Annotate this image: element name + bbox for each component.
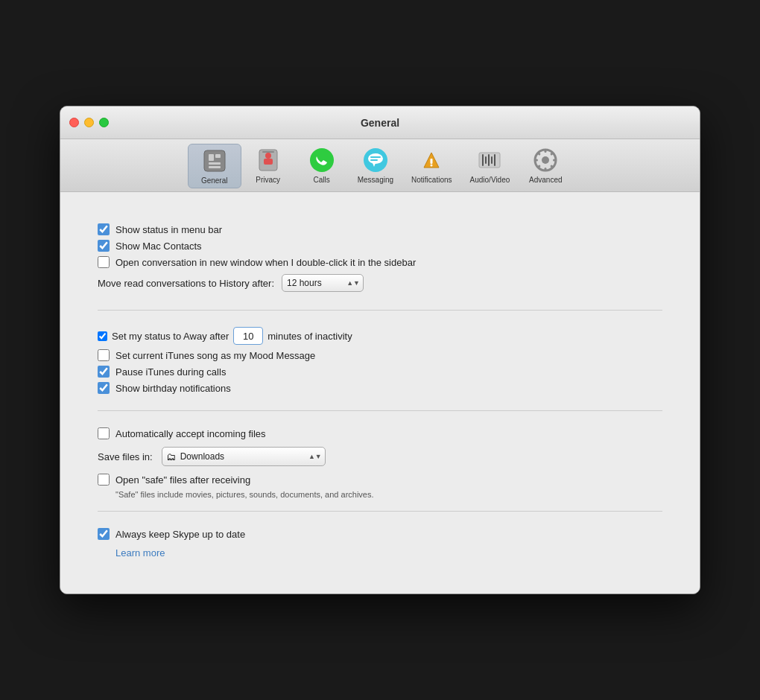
svg-rect-12 bbox=[370, 156, 381, 158]
svg-rect-28 bbox=[553, 159, 557, 162]
history-dropdown[interactable]: 30 minutes 1 hour 6 hours 12 hours 1 day… bbox=[282, 274, 364, 292]
svg-rect-2 bbox=[215, 154, 221, 158]
svg-point-11 bbox=[368, 153, 383, 164]
auto-accept-files-checkbox[interactable] bbox=[98, 427, 110, 439]
show-status-checkbox[interactable] bbox=[98, 223, 110, 235]
svg-rect-13 bbox=[370, 159, 378, 161]
birthday-notifications-checkbox[interactable] bbox=[98, 382, 110, 394]
open-safe-files-row: Open "safe" files after receiving bbox=[98, 474, 662, 486]
open-conversation-row: Open conversation in new window when I d… bbox=[98, 256, 662, 268]
birthday-notifications-row: Show birthday notifications bbox=[98, 382, 662, 394]
toolbar-label-general: General bbox=[201, 176, 228, 185]
svg-rect-25 bbox=[545, 149, 547, 153]
toolbar-label-notifications: Notifications bbox=[411, 176, 452, 184]
section-updates: Always keep Skype up to date Learn more bbox=[98, 512, 662, 571]
svg-rect-1 bbox=[209, 154, 214, 161]
privacy-icon bbox=[255, 147, 282, 174]
itunes-song-row: Set current iTunes song as my Mood Messa… bbox=[98, 349, 662, 361]
show-mac-contacts-checkbox[interactable] bbox=[98, 240, 110, 252]
svg-rect-19 bbox=[485, 156, 487, 164]
toolbar-label-advanced: Advanced bbox=[529, 176, 562, 184]
learn-more-link[interactable]: Learn more bbox=[115, 547, 165, 559]
svg-rect-18 bbox=[482, 154, 484, 166]
svg-point-9 bbox=[310, 148, 334, 172]
toolbar-item-notifications[interactable]: Notifications bbox=[402, 144, 460, 188]
maximize-button[interactable] bbox=[99, 118, 109, 127]
itunes-song-checkbox[interactable] bbox=[98, 349, 110, 361]
close-button[interactable] bbox=[69, 118, 79, 127]
toolbar-item-advanced[interactable]: Advanced bbox=[519, 144, 572, 188]
toolbar-item-privacy[interactable]: Privacy bbox=[241, 144, 295, 188]
toolbar-label-messaging: Messaging bbox=[358, 176, 393, 184]
history-dropdown-label: Move read conversations to History after… bbox=[98, 278, 274, 289]
safe-files-description: "Safe" files include movies, pictures, s… bbox=[115, 490, 662, 499]
history-dropdown-wrapper: 30 minutes 1 hour 6 hours 12 hours 1 day… bbox=[282, 274, 364, 292]
open-safe-files-label: Open "safe" files after receiving bbox=[115, 474, 250, 486]
toolbar-item-messaging[interactable]: Messaging bbox=[349, 144, 402, 188]
main-window: General General bbox=[60, 106, 700, 594]
calls-icon bbox=[308, 147, 335, 174]
traffic-lights bbox=[69, 118, 109, 127]
show-status-row: Show status in menu bar bbox=[98, 223, 662, 235]
downloads-dropdown[interactable]: Downloads Desktop Documents Other... bbox=[162, 447, 326, 466]
advanced-icon bbox=[532, 147, 559, 174]
notifications-icon bbox=[418, 147, 445, 174]
history-dropdown-row: Move read conversations to History after… bbox=[98, 274, 662, 292]
toolbar-label-audiovideo: Audio/Video bbox=[470, 176, 510, 184]
minimize-button[interactable] bbox=[84, 118, 94, 127]
toolbar-item-calls[interactable]: Calls bbox=[295, 144, 349, 188]
keep-up-to-date-label: Always keep Skype up to date bbox=[115, 529, 245, 540]
svg-rect-3 bbox=[209, 162, 221, 165]
toolbar: General Privacy Calls bbox=[60, 139, 700, 192]
toolbar-item-general[interactable]: General bbox=[188, 144, 241, 188]
show-mac-contacts-label: Show Mac Contacts bbox=[115, 241, 202, 252]
section-general-options: Show status in menu bar Show Mac Contact… bbox=[98, 207, 662, 311]
toolbar-label-privacy: Privacy bbox=[256, 176, 280, 184]
open-conversation-label: Open conversation in new window when I d… bbox=[115, 257, 416, 268]
audiovideo-icon bbox=[476, 147, 503, 174]
svg-rect-22 bbox=[494, 154, 495, 166]
keep-up-to-date-row: Always keep Skype up to date bbox=[98, 528, 662, 540]
downloads-wrapper: Downloads Desktop Documents Other... 🗂 ▲… bbox=[162, 447, 326, 466]
pause-itunes-row: Pause iTunes during calls bbox=[98, 366, 662, 378]
svg-rect-20 bbox=[488, 154, 490, 166]
svg-rect-27 bbox=[534, 159, 538, 162]
show-status-label: Show status in menu bar bbox=[115, 224, 222, 235]
svg-rect-8 bbox=[262, 151, 274, 153]
svg-rect-15 bbox=[431, 159, 433, 164]
messaging-icon bbox=[362, 147, 389, 174]
content-area: Show status in menu bar Show Mac Contact… bbox=[60, 192, 700, 594]
itunes-song-label: Set current iTunes song as my Mood Messa… bbox=[115, 350, 315, 361]
svg-rect-21 bbox=[491, 156, 493, 164]
toolbar-item-audiovideo[interactable]: Audio/Video bbox=[461, 144, 519, 188]
keep-up-to-date-checkbox[interactable] bbox=[98, 528, 110, 540]
svg-point-16 bbox=[431, 165, 433, 167]
general-icon bbox=[201, 147, 228, 174]
pause-itunes-checkbox[interactable] bbox=[98, 366, 110, 378]
svg-rect-26 bbox=[545, 168, 547, 171]
auto-accept-files-label: Automatically accept incoming files bbox=[115, 428, 266, 439]
section-file-options: Automatically accept incoming files Save… bbox=[98, 411, 662, 512]
svg-point-24 bbox=[542, 156, 549, 164]
open-safe-files-checkbox[interactable] bbox=[98, 474, 110, 486]
svg-rect-7 bbox=[264, 159, 273, 165]
set-away-label-after: minutes of inactivity bbox=[267, 331, 352, 342]
away-minutes-input[interactable] bbox=[233, 327, 263, 345]
titlebar: General bbox=[60, 106, 700, 139]
svg-rect-4 bbox=[209, 166, 221, 168]
svg-point-6 bbox=[265, 153, 271, 159]
set-away-checkbox[interactable] bbox=[98, 331, 107, 341]
set-away-label-before: Set my status to Away after bbox=[112, 331, 229, 342]
show-mac-contacts-row: Show Mac Contacts bbox=[98, 240, 662, 252]
save-files-label: Save files in: bbox=[98, 451, 153, 462]
pause-itunes-label: Pause iTunes during calls bbox=[115, 366, 226, 378]
save-files-row: Save files in: Downloads Desktop Documen… bbox=[98, 447, 662, 466]
window-title: General bbox=[361, 117, 399, 129]
auto-accept-files-row: Automatically accept incoming files bbox=[98, 427, 662, 439]
away-row: Set my status to Away after minutes of i… bbox=[98, 327, 662, 345]
section-status-options: Set my status to Away after minutes of i… bbox=[98, 311, 662, 411]
toolbar-label-calls: Calls bbox=[314, 176, 330, 184]
birthday-notifications-label: Show birthday notifications bbox=[115, 383, 231, 394]
open-conversation-checkbox[interactable] bbox=[98, 256, 110, 268]
